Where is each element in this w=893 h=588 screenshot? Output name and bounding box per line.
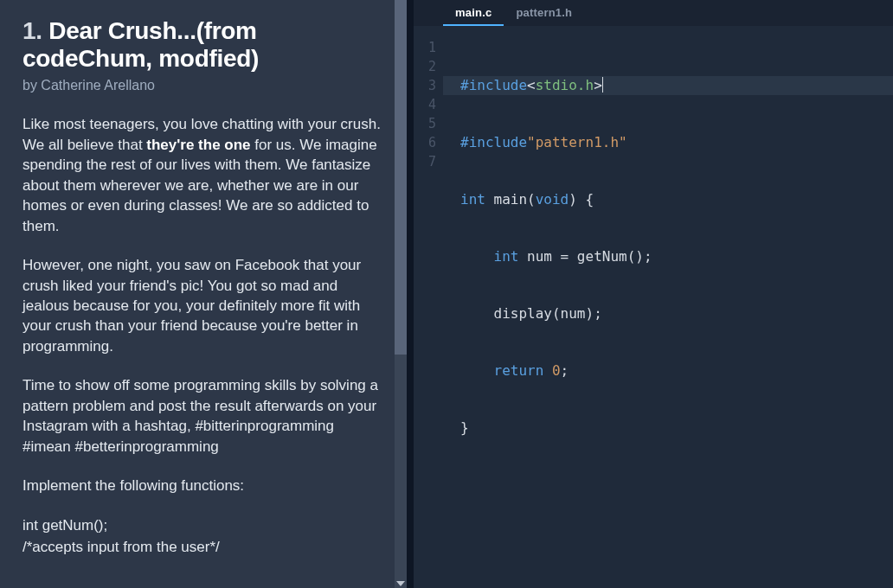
stmt: num = getNum(); — [518, 248, 652, 265]
problem-number: 1. — [22, 17, 42, 44]
stmt: display(num); — [494, 305, 602, 322]
panel-divider[interactable] — [407, 0, 414, 588]
semi: ; — [561, 362, 569, 379]
problem-paragraph-1: Like most teenagers, you love chatting w… — [22, 114, 384, 236]
problem-title: 1. Dear Crush...(from codeChum, modfied) — [22, 17, 384, 73]
kw-include: #include — [460, 77, 527, 93]
problem-title-text: Dear Crush...(from codeChum, modfied) — [22, 17, 259, 72]
problem-code-comment: /*accepts input from the user*/ — [22, 537, 384, 557]
indent — [460, 362, 494, 379]
text-caret — [602, 77, 603, 93]
kw-void: void — [536, 191, 569, 208]
angle-close: > — [594, 77, 602, 93]
problem-paragraph-3: Time to show off some programming skills… — [22, 375, 384, 457]
lineno: 2 — [414, 57, 443, 76]
code-line: display(num); — [460, 304, 893, 323]
code-line: #include"pattern1.h" — [460, 133, 893, 152]
code-line: int num = getNum(); — [460, 247, 893, 266]
tab-pattern1-h[interactable]: pattern1.h — [504, 1, 584, 26]
scrollbar-thumb[interactable] — [395, 0, 407, 355]
num-lit: 0 — [552, 362, 561, 379]
sp — [543, 362, 552, 379]
problem-paragraph-4: Implement the following functions: — [22, 476, 384, 495]
scroll-down-icon[interactable] — [396, 581, 405, 586]
kw-return: return — [494, 362, 544, 379]
indent — [460, 248, 494, 265]
lineno: 6 — [414, 133, 443, 152]
indent — [460, 305, 494, 322]
tab-bar: main.c pattern1.h — [414, 0, 893, 26]
editor-panel: main.c pattern1.h 1 2 3 4 5 6 7 #include… — [414, 0, 893, 588]
brace-open: ) { — [569, 191, 594, 208]
problem-code-sig: int getNum(); — [22, 515, 384, 535]
code-line: return 0; — [460, 361, 893, 380]
code-editor[interactable]: 1 2 3 4 5 6 7 #include<stdio.h> #include… — [414, 26, 893, 588]
str-lit: "pattern1.h" — [527, 134, 627, 150]
lineno: 3 — [414, 76, 443, 95]
lineno: 7 — [414, 152, 443, 171]
kw-int: int — [460, 191, 485, 208]
problem-paragraph-2: However, one night, you saw on Facebook … — [22, 255, 384, 356]
code-line: int main(void) { — [460, 190, 893, 209]
lineno: 4 — [414, 95, 443, 114]
problem-panel: 1. Dear Crush...(from codeChum, modfied)… — [0, 0, 407, 588]
fn-main: main( — [485, 191, 536, 208]
lineno: 1 — [414, 38, 443, 57]
code-line: } — [460, 419, 893, 438]
kw-int: int — [494, 248, 519, 265]
tab-main-c[interactable]: main.c — [443, 1, 504, 26]
problem-author: by Catherine Arellano — [22, 78, 384, 93]
kw-include: #include — [460, 134, 527, 150]
brace-close: } — [460, 419, 469, 436]
line-gutter: 1 2 3 4 5 6 7 — [414, 38, 443, 171]
lineno: 5 — [414, 114, 443, 133]
scrollbar-track[interactable] — [395, 0, 407, 588]
code-line: #include<stdio.h> — [443, 76, 893, 95]
angle-open: < — [527, 77, 536, 93]
p1-bold: they're the one — [146, 137, 250, 153]
code-body[interactable]: #include<stdio.h> #include"pattern1.h" i… — [460, 38, 893, 476]
hdr-name: stdio.h — [536, 77, 594, 93]
